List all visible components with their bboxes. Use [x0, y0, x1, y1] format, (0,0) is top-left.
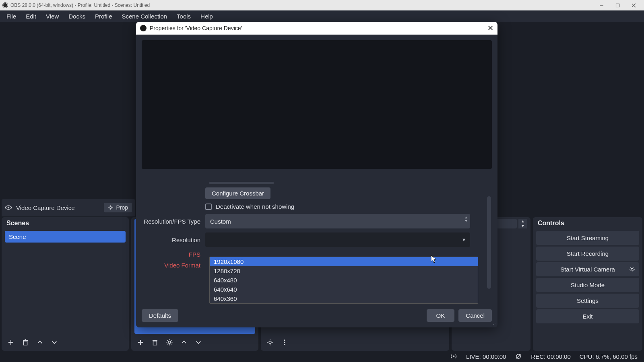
move-source-down-button[interactable]	[193, 337, 204, 348]
dialog-app-icon	[140, 25, 147, 31]
fps-label: FPS	[142, 251, 205, 258]
scenes-header: Scenes	[2, 217, 129, 229]
transition-spin-down[interactable]: ▼	[518, 224, 527, 228]
window-close-button[interactable]	[625, 1, 642, 10]
resolution-combo[interactable]: ▼	[205, 232, 470, 247]
mixer-settings-button[interactable]	[265, 337, 275, 348]
svg-point-17	[168, 341, 171, 343]
svg-point-18	[269, 341, 271, 343]
move-source-up-button[interactable]	[179, 337, 189, 348]
status-cpu: CPU: 6.7%, 60.00 fps	[580, 353, 638, 360]
status-live: LIVE: 00:00:00	[466, 353, 506, 360]
source-properties-button[interactable]: Prop	[104, 203, 132, 212]
svg-point-19	[284, 339, 285, 341]
eye-icon[interactable]	[5, 204, 12, 211]
window-title: OBS 28.0.0 (64-bit, windows) - Profile: …	[10, 2, 150, 8]
svg-point-6	[8, 207, 10, 209]
resolution-option[interactable]: 640x480	[210, 276, 478, 285]
exit-button[interactable]: Exit	[536, 309, 639, 323]
resolution-dropdown: 1920x1080 1280x720 640x480 640x640 640x3…	[209, 257, 478, 304]
menu-profile[interactable]: Profile	[90, 11, 117, 21]
defaults-button[interactable]: Defaults	[142, 309, 178, 322]
partial-field-strip	[209, 182, 274, 184]
start-streaming-button[interactable]: Start Streaming	[536, 231, 639, 245]
svg-rect-10	[24, 341, 27, 345]
deactivate-checkbox[interactable]	[205, 204, 212, 210]
delete-source-button[interactable]	[150, 337, 160, 348]
source-item-label[interactable]: Video Capture Device	[16, 204, 75, 211]
controls-header: Controls	[533, 217, 642, 229]
menu-docks[interactable]: Docks	[64, 11, 90, 21]
menu-bar: File Edit View Docks Profile Scene Colle…	[0, 10, 644, 22]
mixer-menu-button[interactable]	[279, 337, 290, 348]
menu-tools[interactable]: Tools	[172, 11, 196, 21]
svg-rect-2	[616, 4, 619, 7]
status-bar: LIVE: 00:00:00 REC: 00:00:00 CPU: 6.7%, …	[0, 351, 644, 362]
window-titlebar: OBS 28.0.0 (64-bit, windows) - Profile: …	[0, 0, 644, 10]
status-rec: REC: 00:00:00	[531, 353, 570, 360]
svg-point-25	[631, 268, 633, 270]
scene-item[interactable]: Scene	[5, 231, 126, 243]
dialog-titlebar[interactable]: Properties for 'Video Capture Device' ✕	[136, 22, 497, 35]
configure-crossbar-button[interactable]: Configure Crossbar	[205, 187, 270, 199]
sources-top-strip: Video Capture Device Prop	[2, 199, 135, 216]
menu-file[interactable]: File	[2, 11, 21, 21]
transition-spin-up[interactable]: ▲	[518, 219, 527, 224]
cancel-button[interactable]: Cancel	[458, 309, 492, 322]
resolution-option[interactable]: 1280x720	[210, 266, 478, 276]
resolution-option[interactable]: 1920x1080	[210, 257, 478, 266]
gear-icon	[108, 205, 114, 210]
svg-point-7	[110, 207, 112, 209]
deactivate-label: Deactivate when not showing	[216, 203, 294, 210]
move-scene-down-button[interactable]	[49, 337, 60, 348]
add-scene-button[interactable]	[6, 337, 16, 348]
video-format-label: Video Format	[142, 262, 205, 269]
source-settings-button[interactable]	[164, 337, 175, 348]
svg-point-26	[453, 356, 455, 358]
res-fps-type-label: Resolution/FPS Type	[142, 218, 205, 225]
settings-button[interactable]: Settings	[536, 294, 639, 308]
add-source-button[interactable]	[135, 337, 146, 348]
window-minimize-button[interactable]	[593, 1, 609, 10]
virtual-camera-settings-button[interactable]	[627, 265, 637, 274]
dialog-preview	[142, 40, 492, 169]
dialog-close-button[interactable]: ✕	[487, 24, 493, 33]
start-virtual-camera-button[interactable]: Start Virtual Camera	[536, 262, 639, 276]
scenes-panel: Scenes Scene	[2, 217, 129, 351]
resolution-label: Resolution	[142, 237, 205, 243]
window-maximize-button[interactable]	[609, 1, 625, 10]
studio-mode-button[interactable]: Studio Mode	[536, 278, 639, 292]
menu-help[interactable]: Help	[196, 11, 218, 21]
record-status-icon	[515, 353, 522, 360]
dialog-title: Properties for 'Video Capture Device'	[150, 25, 242, 31]
svg-point-20	[284, 342, 285, 343]
menu-edit[interactable]: Edit	[21, 11, 41, 21]
broadcast-icon	[450, 353, 457, 360]
ok-button[interactable]: OK	[427, 309, 455, 322]
svg-rect-15	[153, 341, 157, 345]
menu-scene-collection[interactable]: Scene Collection	[117, 11, 172, 21]
svg-point-21	[284, 344, 285, 345]
controls-panel: Controls Start Streaming Start Recording…	[533, 217, 642, 351]
res-fps-type-combo[interactable]: Custom ▲▼	[205, 214, 470, 228]
menu-view[interactable]: View	[41, 11, 64, 21]
move-scene-up-button[interactable]	[35, 337, 45, 348]
properties-dialog: Properties for 'Video Capture Device' ✕ …	[136, 22, 497, 327]
chevron-down-icon: ▼	[462, 237, 466, 242]
start-recording-button[interactable]: Start Recording	[536, 247, 639, 261]
delete-scene-button[interactable]	[20, 337, 31, 348]
resize-grip-icon[interactable]: ⋰	[491, 323, 496, 326]
resolution-option[interactable]: 640x360	[210, 294, 478, 303]
app-logo-icon	[2, 2, 8, 8]
resolution-option[interactable]: 640x640	[210, 285, 478, 294]
svg-point-0	[3, 3, 7, 7]
